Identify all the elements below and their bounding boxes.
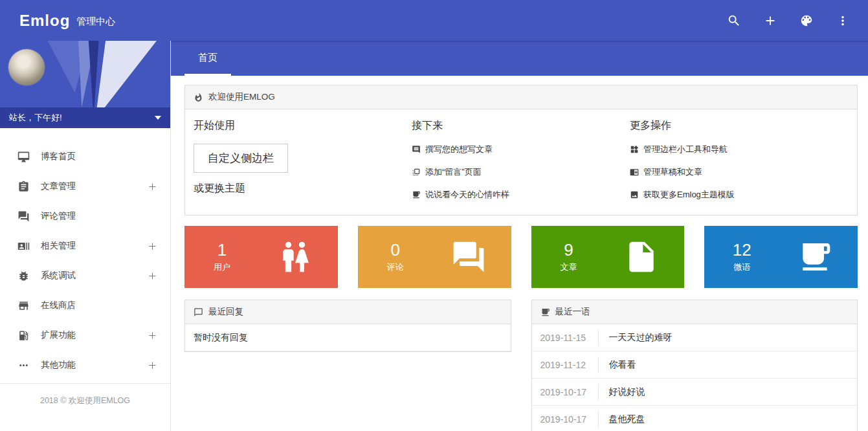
user-avatar[interactable] <box>8 49 45 85</box>
plus-icon[interactable] <box>148 360 157 370</box>
panel-title: 最近一语 <box>555 306 590 318</box>
sidebar-item-articles[interactable]: 文章管理 <box>0 171 170 201</box>
comment-edit-icon <box>412 145 421 154</box>
plus-icon[interactable] <box>148 241 157 251</box>
link-label: 撰写您的想写文章 <box>425 144 493 155</box>
stat-card-microblog[interactable]: 12 微语 <box>704 226 858 288</box>
manage-drafts-link[interactable]: 管理草稿和文章 <box>630 166 848 178</box>
welcome-panel: 欢迎使用EMLOG 开始使用 自定义侧边栏 或更换主题 接下来 撰写您的想写文章 <box>184 85 858 216</box>
note-text: 一天天过的难呀 <box>599 332 673 344</box>
note-text: 你看看 <box>599 359 636 371</box>
note-date: 2019-11-15 <box>532 329 599 346</box>
panel-title: 最近回复 <box>208 306 243 318</box>
sidebar-item-label: 其他功能 <box>41 359 76 371</box>
empty-replies-row: 暂时没有回复 <box>185 324 511 351</box>
sidebar-item-extensions[interactable]: 扩展功能 <box>0 320 170 350</box>
stat-label: 用户 <box>208 261 236 273</box>
note-text: 盘他死盘 <box>599 414 645 425</box>
sidebar-item-label: 文章管理 <box>41 181 76 192</box>
sidebar-item-other[interactable]: 其他功能 <box>0 350 170 380</box>
desktop-icon <box>17 151 30 163</box>
link-label: 获取更多Emlog主题模版 <box>643 189 735 201</box>
stat-label: 评论 <box>381 261 410 273</box>
note-date: 2019-10-17 <box>532 411 599 428</box>
forum-icon <box>451 239 487 275</box>
write-article-link[interactable]: 撰写您的想写文章 <box>412 144 630 155</box>
sidebar-item-debug[interactable]: 系统调试 <box>0 261 170 291</box>
coffee-icon <box>797 239 833 275</box>
greeting-text: 站长，下午好! <box>9 112 62 124</box>
add-message-page-link[interactable]: 添加“留言”页面 <box>412 166 630 178</box>
stat-card-articles[interactable]: 9 文章 <box>531 226 685 288</box>
get-themes-link[interactable]: 获取更多Emlog主题模版 <box>630 189 848 201</box>
welcome-title: 欢迎使用EMLOG <box>208 91 275 103</box>
greeting-bar[interactable]: 站长，下午好! <box>0 107 170 128</box>
welcome-panel-header: 欢迎使用EMLOG <box>185 85 857 109</box>
chevron-down-icon[interactable] <box>155 116 161 120</box>
note-text: 好说好说 <box>599 386 645 398</box>
coffee-icon <box>540 307 550 317</box>
sidebar-item-comments[interactable]: 评论管理 <box>0 201 170 231</box>
search-icon[interactable] <box>727 14 741 28</box>
sidebar-item-label: 在线商店 <box>41 300 76 311</box>
coffee-icon <box>412 190 421 199</box>
sidebar: 站长，下午好! 博客首页 文章管理 评论管理 <box>0 41 171 431</box>
contacts-icon <box>17 240 30 252</box>
manage-widgets-link[interactable]: 管理边栏小工具和导航 <box>630 144 848 155</box>
store-icon <box>17 300 30 312</box>
welcome-body: 开始使用 自定义侧边栏 或更换主题 接下来 撰写您的想写文章 添加“留言”页面 <box>185 109 857 215</box>
more-vert-icon[interactable] <box>836 14 850 28</box>
recent-notes-header: 最近一语 <box>532 300 858 324</box>
post-mood-link[interactable]: 说说看今天的心情咋样 <box>412 189 630 201</box>
stat-value: 1 <box>208 241 236 260</box>
sidebar-item-label: 评论管理 <box>41 210 76 222</box>
add-icon[interactable] <box>763 14 777 28</box>
bottom-panels: 最近回复 暂时没有回复 最近一语 2019-11-15 一天天过的难呀 2019… <box>184 300 858 431</box>
top-header: Emlog 管理中心 <box>0 0 868 41</box>
customize-sidebar-button[interactable]: 自定义侧边栏 <box>194 144 288 173</box>
sidebar-footer: 2018 © 欢迎使用EMLOG <box>0 383 170 406</box>
recent-replies-panel: 最近回复 暂时没有回复 <box>184 300 511 352</box>
recent-replies-header: 最近回复 <box>185 300 511 324</box>
link-label: 说说看今天的心情咋样 <box>425 189 509 201</box>
tab-home[interactable]: 首页 <box>184 42 231 76</box>
note-row[interactable]: 2019-10-17 好说好说 <box>532 379 858 406</box>
welcome-col-start: 开始使用 自定义侧边栏 或更换主题 <box>194 119 412 201</box>
sidebar-item-related[interactable]: 相关管理 <box>0 231 170 261</box>
assignment-icon <box>17 181 30 193</box>
main-content: 欢迎使用EMLOG 开始使用 自定义侧边栏 或更换主题 接下来 撰写您的想写文章 <box>171 76 868 431</box>
stat-value: 12 <box>728 241 756 260</box>
sidebar-menu: 博客首页 文章管理 评论管理 相关管理 <box>0 128 170 380</box>
link-label: 管理草稿和文章 <box>643 166 702 178</box>
welcome-col-more: 更多操作 管理边栏小工具和导航 管理草稿和文章 <box>630 119 848 201</box>
widgets-icon <box>630 145 639 154</box>
app-logo: Emlog <box>19 12 70 30</box>
stat-card-comments[interactable]: 0 评论 <box>358 226 511 288</box>
sidebar-hero <box>0 41 170 107</box>
app-title: 管理中心 <box>76 16 115 28</box>
col-title: 开始使用 <box>194 119 412 133</box>
stat-card-users[interactable]: 1 用户 <box>184 226 338 288</box>
plus-icon[interactable] <box>148 271 157 281</box>
welcome-col-next: 接下来 撰写您的想写文章 添加“留言”页面 <box>412 119 630 201</box>
note-row[interactable]: 2019-11-12 你看看 <box>532 351 858 379</box>
stat-label: 文章 <box>555 261 583 273</box>
stat-label: 微语 <box>728 261 756 273</box>
palette-icon[interactable] <box>799 14 814 28</box>
file-icon <box>623 239 660 275</box>
sidebar-item-store[interactable]: 在线商店 <box>0 291 170 320</box>
sidebar-item-label: 相关管理 <box>41 240 76 252</box>
note-row[interactable]: 2019-10-17 盘他死盘 <box>532 406 858 431</box>
flame-icon <box>194 93 203 102</box>
col-title: 更多操作 <box>630 119 848 133</box>
page-icon <box>412 168 421 177</box>
plus-icon[interactable] <box>148 331 157 340</box>
sidebar-item-blog-home[interactable]: 博客首页 <box>0 142 170 171</box>
plus-icon[interactable] <box>148 182 157 192</box>
note-row[interactable]: 2019-11-15 一天天过的难呀 <box>532 324 858 351</box>
change-theme-link[interactable]: 或更换主题 <box>194 182 412 195</box>
gas-pump-icon <box>17 329 30 342</box>
users-icon <box>277 239 313 275</box>
col-title: 接下来 <box>412 119 630 133</box>
tab-bar: 首页 <box>171 41 868 76</box>
